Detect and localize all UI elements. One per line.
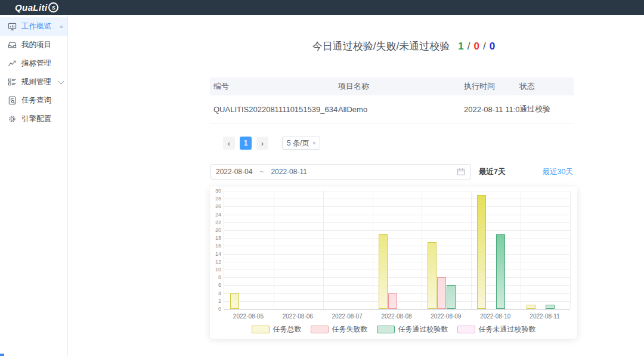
calendar-icon[interactable] xyxy=(457,168,465,176)
y-axis-tick-label: 0 xyxy=(210,306,221,312)
column-header: 项目名称 xyxy=(338,81,464,92)
gridline xyxy=(224,238,570,239)
gridline xyxy=(224,254,570,255)
y-axis-tick-label: 18 xyxy=(210,235,221,241)
count-separator: / xyxy=(483,41,486,52)
bar-任务总数-2022-08-08[interactable] xyxy=(379,234,388,309)
count-separator: / xyxy=(467,41,470,52)
end-date-value: 2022-08-11 xyxy=(271,168,307,176)
page-size-value: 5 条/页 xyxy=(287,138,309,148)
y-axis-tick-label: 6 xyxy=(210,282,221,288)
prev-page-button[interactable]: ‹ xyxy=(223,137,235,150)
x-axis-tick-label: 2022-08-07 xyxy=(322,313,372,320)
page-size-select[interactable]: 5 条/页 ▾ xyxy=(282,137,320,150)
count-value-1: 0 xyxy=(473,41,479,52)
last-7-days-button[interactable]: 最近7天 xyxy=(479,167,505,177)
x-axis-tick-label: 2022-08-10 xyxy=(470,313,521,320)
legend-item[interactable]: 任务总数 xyxy=(252,324,302,335)
bar-任务总数-2022-08-09[interactable] xyxy=(428,242,436,309)
qualitis-logo: QuaLitiS xyxy=(15,2,58,13)
column-header: 状态 xyxy=(519,81,574,92)
gridline xyxy=(422,191,422,309)
table-cell: 通过校验 xyxy=(519,104,574,114)
y-axis-tick-label: 4 xyxy=(210,290,221,296)
start-date-value: 2022-08-04 xyxy=(216,168,252,176)
sidebar-item-label: 规则管理 xyxy=(21,77,51,87)
y-axis-tick-label: 16 xyxy=(210,243,221,249)
chart-legend: 任务总数任务失败数任务通过校验数任务未通过校验数 xyxy=(210,324,577,335)
gridline xyxy=(224,215,570,215)
table-cell: AllDemo xyxy=(338,105,464,114)
date-range-input[interactable]: 2022-08-04 ~ 2022-08-11 xyxy=(210,164,471,179)
bar-任务失败数-2022-08-08[interactable] xyxy=(388,293,397,309)
sidebar-item-2[interactable]: 我的项目 xyxy=(0,36,67,54)
gridline xyxy=(224,222,570,223)
page-1-button[interactable]: 1 xyxy=(240,137,252,150)
last-30-days-button[interactable]: 最近30天 xyxy=(542,167,572,177)
table-row[interactable]: QUALITIS20220811110151539_634982AllDemo2… xyxy=(210,95,574,123)
bar-任务通过校验数-2022-08-09[interactable] xyxy=(447,285,456,309)
legend-label: 任务失败数 xyxy=(332,324,368,335)
y-axis-tick-label: 30 xyxy=(210,188,221,194)
gridline xyxy=(471,191,472,309)
collapse-sidebar-icon[interactable]: « xyxy=(60,23,63,30)
y-axis-tick-label: 28 xyxy=(210,196,221,202)
y-axis-tick-label: 20 xyxy=(210,227,221,233)
y-axis-tick-label: 12 xyxy=(210,259,221,265)
table-cell: 2022-08-11 11:01:51 xyxy=(464,105,519,114)
legend-item[interactable]: 任务失败数 xyxy=(311,324,368,335)
legend-item[interactable]: 任务未通过校验数 xyxy=(457,324,536,335)
gridline xyxy=(224,277,570,278)
legend-swatch xyxy=(311,326,329,333)
gridline xyxy=(224,262,570,262)
engine-icon xyxy=(8,114,17,123)
sidebar-item-1[interactable]: 工作概览« xyxy=(0,17,67,36)
runs-table: 编号项目名称执行时间状态 QUALITIS20220811110151539_6… xyxy=(210,78,574,123)
sidebar-item-label: 指标管理 xyxy=(21,58,51,69)
y-axis-tick-label: 2 xyxy=(210,298,221,304)
bar-任务总数-2022-08-05[interactable] xyxy=(230,293,239,309)
sidebar-menu: 工作概览«我的项目指标管理规则管理任务查询引擎配置 xyxy=(0,17,67,128)
sidebar-item-label: 工作概览 xyxy=(21,21,51,32)
x-axis-tick-label: 2022-08-06 xyxy=(273,313,323,320)
x-axis-tick-label: 2022-08-05 xyxy=(223,313,273,320)
y-axis-tick-label: 26 xyxy=(210,203,221,209)
scrollbar-fragment xyxy=(0,354,4,356)
table-body: QUALITIS20220811110151539_634982AllDemo2… xyxy=(210,95,574,123)
legend-label: 任务未通过校验数 xyxy=(479,324,536,335)
logo-badge: S xyxy=(48,2,58,13)
table-header-row: 编号项目名称执行时间状态 xyxy=(210,78,574,95)
tasks-icon xyxy=(8,96,17,105)
sidebar-item-5[interactable]: 任务查询 xyxy=(0,91,67,110)
bar-任务总数-2022-08-10[interactable] xyxy=(477,195,486,309)
x-axis-tick-label: 2022-08-11 xyxy=(520,313,570,320)
bar-任务通过校验数-2022-08-11[interactable] xyxy=(546,305,555,309)
summary-counts: 1/0/0 xyxy=(458,41,495,52)
page-title: 今日通过校验/失败/未通过校验 xyxy=(312,39,450,53)
gridline xyxy=(521,191,521,309)
legend-label: 任务通过校验数 xyxy=(398,324,448,335)
summary-header: 今日通过校验/失败/未通过校验 1/0/0 xyxy=(210,39,597,53)
logo-text: QuaLiti xyxy=(15,2,47,13)
gridline xyxy=(224,293,570,294)
bar-任务总数-2022-08-11[interactable] xyxy=(527,305,535,309)
gridline xyxy=(224,230,570,231)
bar-任务失败数-2022-08-09[interactable] xyxy=(437,277,446,309)
gridline xyxy=(570,191,571,309)
gridline xyxy=(224,206,570,207)
next-page-button[interactable]: › xyxy=(256,137,268,150)
gridline xyxy=(274,191,274,309)
legend-swatch xyxy=(252,326,270,333)
legend-swatch xyxy=(457,326,475,333)
sidebar-item-4[interactable]: 规则管理 xyxy=(0,73,67,91)
column-header: 编号 xyxy=(210,81,338,92)
sidebar: 工作概览«我的项目指标管理规则管理任务查询引擎配置 xyxy=(0,15,68,356)
table-cell: QUALITIS20220811110151539_634982 xyxy=(210,105,338,114)
pagination: ‹ 1 › 5 条/页 ▾ xyxy=(223,137,320,150)
y-axis-tick-label: 22 xyxy=(210,219,221,225)
bar-任务通过校验数-2022-08-10[interactable] xyxy=(496,234,505,309)
sidebar-item-3[interactable]: 指标管理 xyxy=(0,54,67,73)
y-axis-tick-label: 14 xyxy=(210,251,221,257)
sidebar-item-6[interactable]: 引擎配置 xyxy=(0,110,67,128)
legend-item[interactable]: 任务通过校验数 xyxy=(377,324,448,335)
